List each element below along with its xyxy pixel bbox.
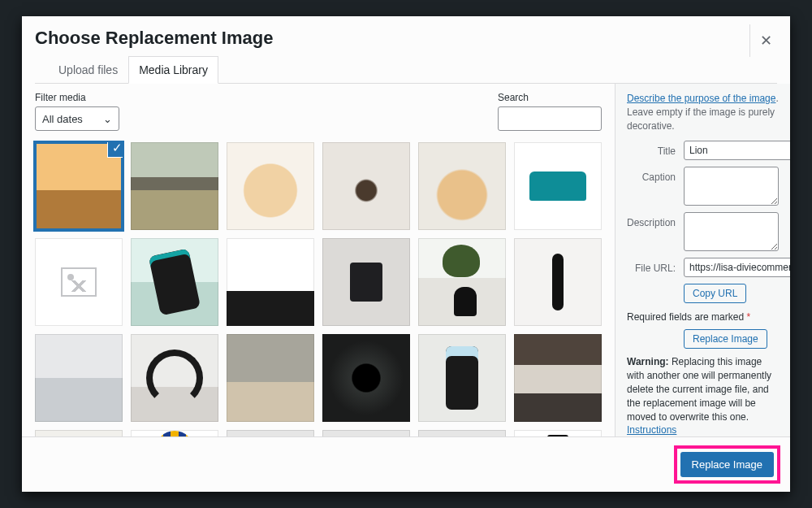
filter-label: Filter media: [35, 92, 119, 103]
modal-body: Filter media All dates ⌄ Search ✓: [22, 84, 790, 436]
tab-media-library[interactable]: Media Library: [128, 56, 218, 84]
caption-label: Caption: [627, 167, 676, 183]
media-grid: ✓: [35, 142, 602, 436]
required-note: Required fields are marked *: [627, 311, 779, 323]
copy-url-button[interactable]: Copy URL: [684, 284, 746, 303]
required-asterisk: *: [746, 311, 750, 323]
close-button[interactable]: ✕: [749, 24, 782, 57]
thumb-laptop-desk[interactable]: [35, 334, 123, 422]
thumb-partial-1[interactable]: [35, 430, 123, 436]
caption-textarea[interactable]: [684, 167, 779, 206]
media-area: Filter media All dates ⌄ Search ✓: [22, 84, 615, 436]
thumb-elephant[interactable]: [131, 142, 218, 230]
replace-button-highlight: Replace Image: [674, 445, 780, 484]
description-label: Description: [627, 212, 676, 228]
thumb-keyboard[interactable]: [227, 238, 314, 326]
modal-header: Choose Replacement Image ✕ Upload files …: [22, 16, 790, 84]
chevron-down-icon: ⌄: [103, 113, 112, 125]
filter-group: Filter media All dates ⌄: [35, 92, 119, 131]
fileurl-input[interactable]: [684, 258, 790, 277]
thumb-iphone[interactable]: [418, 334, 506, 422]
thumb-lens[interactable]: [322, 334, 410, 422]
thumb-partial-6[interactable]: [514, 430, 602, 436]
replace-image-button[interactable]: Replace Image: [680, 452, 774, 477]
thumb-lion[interactable]: ✓: [35, 142, 123, 230]
tab-upload[interactable]: Upload files: [48, 56, 128, 84]
image-placeholder-icon: [61, 267, 97, 297]
description-textarea[interactable]: [684, 212, 779, 251]
thumb-partial-5[interactable]: [418, 430, 506, 436]
thumb-camcorder[interactable]: [322, 238, 410, 326]
thumb-partial-3[interactable]: [227, 430, 314, 436]
search-group: Search: [498, 92, 602, 131]
thumb-parachute[interactable]: [131, 430, 218, 436]
close-icon: ✕: [760, 32, 772, 50]
title-label: Title: [627, 141, 676, 157]
wp-admin-bar: [0, 0, 812, 7]
thumb-microphone[interactable]: [514, 238, 602, 326]
media-modal: Choose Replacement Image ✕ Upload files …: [22, 16, 790, 492]
modal-title: Choose Replacement Image: [35, 26, 777, 50]
search-input[interactable]: [498, 106, 602, 131]
thumb-terrier[interactable]: [322, 142, 410, 230]
title-input[interactable]: [684, 141, 790, 160]
thumb-plant-camera[interactable]: [418, 238, 506, 326]
thumb-sofa[interactable]: [514, 142, 602, 230]
replace-image-sidebar-button[interactable]: Replace Image: [684, 329, 767, 349]
thumb-phone-mint[interactable]: [131, 238, 218, 326]
thumb-laptop-books[interactable]: [514, 334, 602, 422]
modal-footer: Replace Image: [22, 436, 790, 492]
attachment-details-sidebar: Describe the purpose of the image. Leave…: [615, 84, 790, 436]
thumb-partial-4[interactable]: [322, 430, 410, 436]
media-toolbar: Filter media All dates ⌄ Search: [35, 92, 602, 131]
thumb-headphones[interactable]: [131, 334, 218, 422]
thumb-placeholder[interactable]: [35, 238, 123, 326]
describe-purpose-link[interactable]: Describe the purpose of the image: [627, 93, 775, 104]
alt-text-help: Describe the purpose of the image. Leave…: [627, 92, 779, 132]
date-filter-select[interactable]: All dates ⌄: [35, 106, 119, 131]
media-tabs: Upload files Media Library: [35, 56, 777, 84]
instructions-link[interactable]: Instructions: [627, 424, 676, 436]
thumb-corgi[interactable]: [418, 142, 506, 230]
fileurl-label: File URL:: [627, 258, 676, 274]
search-label: Search: [498, 92, 602, 103]
replace-warning: Warning: Replacing this image with anoth…: [627, 355, 779, 436]
date-filter-value: All dates: [42, 113, 83, 125]
thumb-cream-dog[interactable]: [227, 142, 314, 230]
thumb-typing[interactable]: [227, 334, 314, 422]
check-icon: ✓: [108, 142, 123, 157]
